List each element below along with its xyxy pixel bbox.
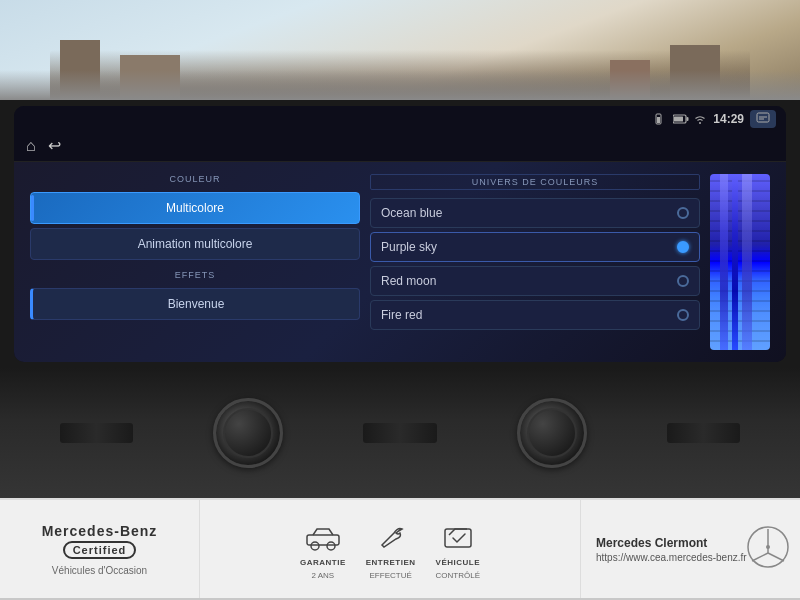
mb-brand-text: Mercedes-Benz — [42, 523, 158, 539]
right-vent — [517, 398, 587, 468]
svg-rect-1 — [657, 117, 660, 123]
car-silhouette-icon — [305, 521, 341, 551]
fire-red-radio[interactable] — [677, 309, 689, 321]
back-icon[interactable]: ↩ — [48, 136, 61, 155]
mercedes-star — [746, 525, 790, 573]
red-moon-radio[interactable] — [677, 275, 689, 287]
svg-rect-4 — [674, 117, 683, 122]
right-panel: UNIVERS DE COULEURS Ocean blue Purple sk… — [370, 174, 700, 350]
multicolore-option[interactable]: Multicolore — [30, 192, 360, 224]
message-icon[interactable] — [750, 110, 776, 128]
mercedes-star-logo — [746, 525, 790, 569]
color-preview-panel — [710, 174, 770, 350]
dealer-url: https://www.cea.mercedes-benz.fr — [596, 552, 747, 563]
home-icon[interactable]: ⌂ — [26, 137, 36, 155]
wrench-icon — [376, 521, 406, 551]
entretien-icon — [373, 518, 409, 554]
bienvenue-option[interactable]: Bienvenue — [30, 288, 360, 320]
purple-sky-option[interactable]: Purple sky — [370, 232, 700, 262]
left-panel: COULEUR Multicolore Animation multicolor… — [30, 174, 360, 350]
screen-bezel: 14:29 ⌂ ↩ COULEUR Multicolore — [0, 100, 800, 368]
garantie-item: GARANTIE 2 ANS — [300, 518, 346, 580]
ocean-blue-option[interactable]: Ocean blue — [370, 198, 700, 228]
bottom-bar: Mercedes-Benz Certified Véhicules d'Occa… — [0, 498, 800, 598]
red-moon-option[interactable]: Red moon — [370, 266, 700, 296]
svg-point-11 — [766, 545, 770, 549]
couleur-label: COULEUR — [30, 174, 360, 184]
screen: 14:29 ⌂ ↩ COULEUR Multicolore — [14, 106, 786, 362]
vehicule-icon — [440, 518, 476, 554]
time-display: 14:29 — [713, 112, 744, 126]
certified-badge: Certified — [63, 541, 137, 559]
vents-container — [0, 388, 800, 478]
sim-icon — [655, 113, 669, 125]
checkmark-car-icon — [443, 521, 473, 551]
status-bar: 14:29 — [14, 106, 786, 132]
fire-red-option[interactable]: Fire red — [370, 300, 700, 330]
garantie-sub: 2 ANS — [312, 571, 335, 580]
dealer-section: Mercedes Clermont https://www.cea.merced… — [580, 500, 800, 598]
svg-point-7 — [311, 542, 319, 550]
entretien-item: ENTRETIEN EFFECTUÉ — [366, 518, 416, 580]
dealer-name: Mercedes Clermont — [596, 536, 707, 550]
garantie-label: GARANTIE — [300, 558, 346, 567]
vehicule-item: VÉHICULE CONTRÔLÉ — [436, 518, 480, 580]
color-preview-swatch — [710, 174, 770, 350]
vehicule-label: VÉHICULE — [436, 558, 480, 567]
effets-label: EFFETS — [30, 270, 360, 280]
main-content: COULEUR Multicolore Animation multicolor… — [14, 162, 786, 362]
top-photo — [0, 0, 800, 100]
ocean-blue-radio[interactable] — [677, 207, 689, 219]
svg-rect-3 — [687, 117, 689, 121]
wifi-icon — [693, 113, 707, 125]
guarantees-section: GARANTIE 2 ANS ENTRETIEN EFFECTUÉ VÉHI — [200, 500, 580, 598]
vehicules-text: Véhicules d'Occasion — [52, 565, 147, 576]
entretien-sub: EFFECTUÉ — [370, 571, 412, 580]
mb-certified-section: Mercedes-Benz Certified Véhicules d'Occa… — [0, 500, 200, 598]
vehicule-sub: CONTRÔLÉ — [436, 571, 480, 580]
svg-rect-9 — [445, 529, 471, 547]
dashboard-area — [0, 368, 800, 498]
entretien-label: ENTRETIEN — [366, 558, 416, 567]
purple-sky-radio[interactable] — [677, 241, 689, 253]
univers-couleurs-label: UNIVERS DE COULEURS — [370, 174, 700, 190]
nav-bar: ⌂ ↩ — [14, 132, 786, 162]
svg-point-8 — [327, 542, 335, 550]
animation-multicolore-option[interactable]: Animation multicolore — [30, 228, 360, 260]
left-vent — [213, 398, 283, 468]
garantie-icon — [305, 518, 341, 554]
battery-icon — [673, 114, 689, 124]
status-icons — [655, 113, 707, 125]
